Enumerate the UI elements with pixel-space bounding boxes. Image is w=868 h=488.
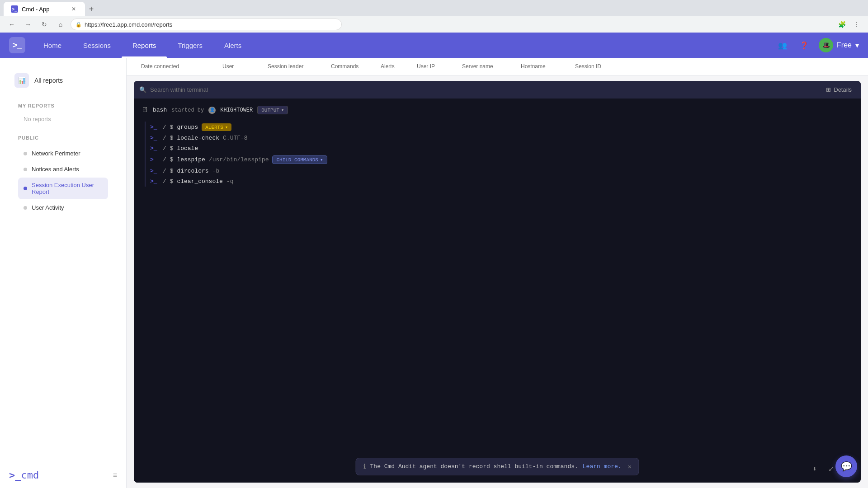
cmd-line-locale-check: >_ / $ locale-check C.UTF-8 <box>141 133 854 143</box>
terminal-cmd-args: -q <box>226 178 234 185</box>
child-commands-chevron: ▾ <box>320 157 323 163</box>
col-header-session-id: Session ID <box>570 63 624 70</box>
cmd-line-lesspipe: >_ / $ lesspipe /usr/bin/lesspipe CHILD … <box>141 154 854 166</box>
help-icon-button[interactable]: ❓ <box>797 38 811 52</box>
sidebar-item-dot-active <box>24 187 27 190</box>
info-learn-more-link[interactable]: Learn more. <box>583 463 622 470</box>
terminal-body: 🖥 bash started by 👤 KHIGHTOWER OUTPUT ▾ … <box>134 99 861 483</box>
nav-item-alerts[interactable]: Alerts <box>213 33 252 58</box>
chat-button[interactable]: 💬 <box>835 455 857 477</box>
terminal-search-input[interactable] <box>150 86 819 93</box>
child-commands-badge[interactable]: CHILD COMMANDS ▾ <box>272 155 327 164</box>
terminal-path: / $ <box>163 168 173 174</box>
col-header-alerts: Alerts <box>375 63 411 70</box>
terminal-cmd: groups <box>177 124 198 131</box>
sidebar-item-dot <box>24 152 27 155</box>
col-header-server-name: Server name <box>457 63 515 70</box>
browser-tab-active[interactable]: >_ Cmd - App ✕ <box>4 2 85 16</box>
info-message: The Cmd Audit agent doesn't record shell… <box>370 463 578 470</box>
terminal-cmd-args: C.UTF-8 <box>223 135 248 141</box>
terminal-started-by: started by <box>171 107 204 113</box>
sidebar-item-notices-alerts[interactable]: Notices and Alerts <box>18 162 108 177</box>
tab-title: Cmd - App <box>22 6 49 13</box>
url-text: https://free1.app.cmd.com/reports <box>85 21 172 28</box>
terminal-username: KHIGHTOWER <box>220 107 253 113</box>
output-badge-chevron: ▾ <box>281 107 284 113</box>
sidebar-item-dot <box>24 168 27 171</box>
my-reports-section: MY REPORTS No reports <box>9 99 117 131</box>
browser-chrome: >_ Cmd - App ✕ + ← → ↻ ⌂ 🔒 https://free1… <box>0 0 868 33</box>
terminal-prompt: >_ <box>150 124 159 131</box>
alerts-badge-label: ALERTS <box>205 125 223 130</box>
sidebar-item-network-perimeter[interactable]: Network Perimeter <box>18 146 108 161</box>
info-close-button[interactable]: ✕ <box>628 463 632 470</box>
more-options-button[interactable]: ⋮ <box>850 18 863 31</box>
main-content: 📊 All reports MY REPORTS No reports PUBL… <box>0 58 868 488</box>
sidebar-item-session-execution[interactable]: Session Execution User Report <box>18 178 108 199</box>
sidebar-menu-icon[interactable]: ≡ <box>113 471 117 479</box>
my-reports-title: MY REPORTS <box>18 99 108 110</box>
forward-button[interactable]: → <box>22 18 34 31</box>
tab-favicon: >_ <box>11 5 18 13</box>
terminal-cmd-args: -b <box>212 168 220 174</box>
terminal-path: / $ <box>163 178 173 185</box>
terminal-info-bar: ℹ The Cmd Audit agent doesn't record she… <box>356 458 639 475</box>
new-tab-button[interactable]: + <box>85 3 98 15</box>
tab-close-button[interactable]: ✕ <box>70 5 78 13</box>
nav-item-triggers[interactable]: Triggers <box>167 33 213 58</box>
back-button[interactable]: ← <box>5 18 18 31</box>
nav-item-reports[interactable]: Reports <box>122 33 167 58</box>
child-commands-label: CHILD COMMANDS <box>276 157 318 163</box>
main-panel: Date connected User Session leader Comma… <box>127 58 868 488</box>
output-badge[interactable]: OUTPUT ▾ <box>257 106 288 114</box>
user-menu[interactable]: 🎩 Free ▾ <box>819 38 859 52</box>
table-headers: Date connected User Session leader Comma… <box>127 58 868 75</box>
terminal-cmd: locale-check <box>177 135 219 141</box>
details-grid-icon: ⊞ <box>826 86 831 93</box>
nav-item-home[interactable]: Home <box>33 33 72 58</box>
terminal-user-icon: 👤 <box>208 107 216 114</box>
user-menu-chevron: ▾ <box>855 41 859 50</box>
sidebar-item-label: User Activity <box>32 204 64 211</box>
reload-button[interactable]: ↻ <box>38 18 51 31</box>
info-icon: ℹ <box>363 463 366 470</box>
col-header-session-leader: Session leader <box>262 63 326 70</box>
top-nav: >_ Home Sessions Reports Triggers Alerts… <box>0 33 868 58</box>
home-button[interactable]: ⌂ <box>54 18 67 31</box>
details-label: Details <box>834 86 852 93</box>
browser-toolbar: ← → ↻ ⌂ 🔒 https://free1.app.cmd.com/repo… <box>0 16 868 33</box>
terminal-cmd: locale <box>177 145 198 152</box>
sidebar-item-dot <box>24 206 27 210</box>
extensions-button[interactable]: 🧩 <box>835 18 848 31</box>
alerts-badge-chevron: ▾ <box>225 124 228 130</box>
terminal-cmd: lesspipe <box>177 156 205 163</box>
nav-right: 👥 ❓ 🎩 Free ▾ <box>775 38 859 52</box>
terminal-prompt: >_ <box>150 156 159 163</box>
toolbar-actions: 🧩 ⋮ <box>835 18 863 31</box>
alerts-badge[interactable]: ALERTS ▾ <box>202 123 231 131</box>
download-button[interactable]: ⬇ <box>808 463 821 475</box>
terminal-details-button[interactable]: ⊞ Details <box>822 84 855 95</box>
terminal-prompt: >_ <box>150 135 159 141</box>
app-container: >_ Home Sessions Reports Triggers Alerts… <box>0 33 868 488</box>
terminal-path: / $ <box>163 135 173 141</box>
all-reports-icon: 📊 <box>14 73 29 88</box>
sidebar-item-user-activity[interactable]: User Activity <box>18 200 108 215</box>
terminal-container: 🔍 ⊞ Details 🖥 bash started by 👤 <box>134 81 861 483</box>
sidebar-logo: >_cmd <box>9 469 39 481</box>
public-section: PUBLIC Network Perimeter Notices and Ale… <box>9 131 117 220</box>
col-header-date: Date connected <box>136 63 217 70</box>
sidebar-top: 📊 All reports MY REPORTS No reports PUBL… <box>0 58 126 227</box>
nav-item-sessions[interactable]: Sessions <box>72 33 122 58</box>
cmd-line-locale: >_ / $ locale <box>141 143 854 154</box>
browser-tabs: >_ Cmd - App ✕ + <box>0 0 868 16</box>
col-header-user-ip: User IP <box>411 63 457 70</box>
terminal-path: / $ <box>163 145 173 152</box>
col-header-user: User <box>217 63 262 70</box>
terminal-bash-label: bash <box>153 107 167 113</box>
sidebar-item-label: Notices and Alerts <box>32 166 79 173</box>
terminal-cmd-args: /usr/bin/lesspipe <box>209 156 269 163</box>
all-reports-item[interactable]: 📊 All reports <box>9 69 117 92</box>
address-bar[interactable]: 🔒 https://free1.app.cmd.com/reports <box>71 19 342 30</box>
users-icon-button[interactable]: 👥 <box>775 38 790 52</box>
